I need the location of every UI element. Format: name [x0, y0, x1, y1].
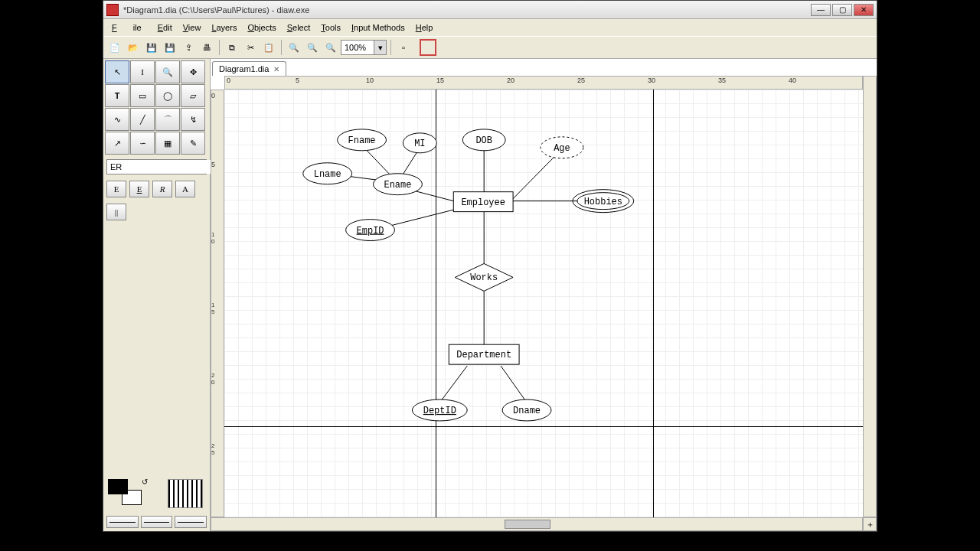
canvas[interactable]: Employee Department Works	[224, 90, 863, 517]
svg-text:Department: Department	[456, 350, 511, 360]
paste-button[interactable]: 📋	[260, 39, 277, 56]
zoom-combobox[interactable]: ▾	[341, 40, 387, 55]
tab-diagram1[interactable]: Diagram1.dia ✕	[212, 61, 286, 76]
text-tool[interactable]: I	[130, 60, 155, 83]
print-button[interactable]: 🖶	[198, 39, 215, 56]
magnify-tool[interactable]: 🔍	[155, 60, 180, 83]
open-file-button[interactable]: 📂	[125, 39, 142, 56]
svg-text:MI: MI	[414, 139, 425, 149]
er-weak-entity-tool[interactable]: E	[129, 181, 149, 197]
close-button[interactable]: ✕	[854, 4, 874, 16]
shape-set-input[interactable]	[107, 160, 219, 174]
polygon-tool[interactable]: ▱	[181, 84, 205, 107]
scroll-corner[interactable]: ＋	[863, 517, 877, 531]
svg-text:Employee: Employee	[461, 197, 505, 208]
attribute-hobbies[interactable]: Hobbies	[573, 190, 634, 213]
menu-file[interactable]: File	[106, 21, 152, 34]
snap-button[interactable]: ▫	[395, 39, 412, 56]
zoom-out-button[interactable]: 🔍	[304, 39, 321, 56]
zoom-in-button[interactable]: 🔍	[286, 39, 302, 56]
minimize-button[interactable]: —	[811, 4, 831, 16]
outline-tool[interactable]: ✎	[181, 132, 205, 155]
horizontal-ruler[interactable]: 0 5 10 15 20 25 30 35 40	[224, 76, 863, 90]
bezier-tool[interactable]: ∽	[130, 132, 155, 155]
entity-department[interactable]: Department	[449, 344, 519, 364]
attribute-ename[interactable]: Ename	[374, 174, 423, 195]
line-dash-style[interactable]	[141, 516, 173, 528]
attribute-lname[interactable]: Lname	[303, 163, 352, 184]
attribute-mi[interactable]: MI	[403, 133, 436, 153]
save-as-button[interactable]: 💾	[162, 39, 178, 56]
beziergon-tool[interactable]: ∿	[105, 108, 129, 131]
er-relationship-tool[interactable]: R	[152, 181, 172, 197]
color-tool[interactable]	[420, 39, 436, 56]
image-tool[interactable]: ▦	[155, 132, 180, 155]
zoom-fit-button[interactable]: 🔍	[322, 39, 339, 56]
attribute-age[interactable]: Age	[541, 137, 583, 158]
zigzag-tool[interactable]: ↯	[181, 108, 205, 131]
new-file-button[interactable]: 📄	[106, 39, 123, 56]
menu-layers[interactable]: Layers	[206, 21, 242, 34]
svg-text:Hobbies: Hobbies	[584, 197, 622, 207]
document-area: Diagram1.dia ✕ 0 5 10 15 20 25 30 35 40 …	[211, 59, 877, 531]
shape-set-combobox[interactable]: ▾	[106, 159, 207, 174]
svg-text:Dname: Dname	[513, 406, 541, 416]
menu-select[interactable]: Select	[282, 21, 316, 34]
svg-line-10	[439, 366, 467, 403]
maximize-button[interactable]: ▢	[832, 4, 852, 16]
color-swatches[interactable]: ↺	[108, 479, 145, 508]
svg-text:DeptID: DeptID	[423, 406, 456, 416]
svg-text:Works: Works	[470, 272, 498, 283]
vertical-scrollbar[interactable]	[863, 76, 877, 517]
scroll-tool[interactable]: ✥	[181, 60, 205, 83]
box-tool[interactable]: ▭	[130, 84, 155, 107]
menu-file-label: ile	[128, 21, 147, 34]
pattern-preview[interactable]	[168, 479, 203, 508]
vertical-ruler[interactable]: 0 5 10 15 20 25	[211, 90, 224, 517]
pointer-tool[interactable]: ↖	[105, 60, 129, 83]
tab-close-icon[interactable]: ✕	[273, 65, 279, 73]
er-entity-tool[interactable]: E	[106, 181, 126, 197]
er-attribute-tool[interactable]: A	[175, 181, 195, 197]
attribute-deptid[interactable]: DeptID	[412, 399, 467, 421]
zoom-dropdown-arrow[interactable]: ▾	[374, 41, 386, 54]
svg-line-5	[511, 152, 559, 201]
polyline-tool[interactable]: ↗	[105, 132, 129, 155]
menu-view[interactable]: View	[178, 21, 207, 34]
ellipse-tool[interactable]: ◯	[155, 84, 180, 107]
er-participation-tool[interactable]: ||	[106, 204, 126, 220]
copy-button[interactable]: ⧉	[224, 39, 240, 56]
horizontal-scrollbar[interactable]	[211, 517, 863, 531]
line-end-style[interactable]	[175, 516, 207, 528]
fg-color-swatch[interactable]	[108, 479, 128, 494]
attribute-empid[interactable]: EmpID	[346, 220, 395, 241]
entity-employee[interactable]: Employee	[453, 192, 513, 212]
relationship-works[interactable]: Works	[455, 263, 513, 291]
svg-text:Fname: Fname	[348, 135, 376, 146]
menu-input-methods[interactable]: Input Methods	[346, 21, 410, 34]
cut-button[interactable]: ✂	[242, 39, 259, 56]
menu-objects[interactable]: Objects	[242, 21, 281, 34]
attribute-dname[interactable]: Dname	[502, 399, 551, 421]
save-file-button[interactable]: 💾	[143, 39, 160, 56]
menu-tools[interactable]: Tools	[315, 21, 346, 34]
arc-tool[interactable]: ⌒	[155, 108, 180, 131]
attribute-dob[interactable]: DOB	[462, 129, 505, 151]
svg-text:Ename: Ename	[384, 180, 411, 191]
swap-colors-icon[interactable]: ↺	[142, 478, 148, 486]
menu-edit[interactable]: Edit	[152, 21, 178, 34]
attribute-fname[interactable]: Fname	[338, 129, 387, 151]
zoom-input[interactable]	[341, 41, 374, 54]
menu-help[interactable]: Help	[410, 21, 439, 34]
textblock-tool[interactable]: T	[105, 84, 129, 107]
svg-text:EmpID: EmpID	[357, 226, 384, 236]
export-button[interactable]: ⇪	[180, 39, 197, 56]
line-tool[interactable]: ╱	[130, 108, 155, 131]
svg-text:Age: Age	[554, 143, 570, 154]
er-diagram: Employee Department Works	[224, 90, 863, 517]
app-icon	[106, 4, 119, 16]
line-start-style[interactable]	[106, 516, 139, 528]
tab-label: Diagram1.dia	[219, 64, 269, 73]
titlebar[interactable]: *Diagram1.dia (C:\Users\Paul\Pictures) -…	[103, 1, 877, 19]
svg-text:Lname: Lname	[314, 169, 341, 180]
